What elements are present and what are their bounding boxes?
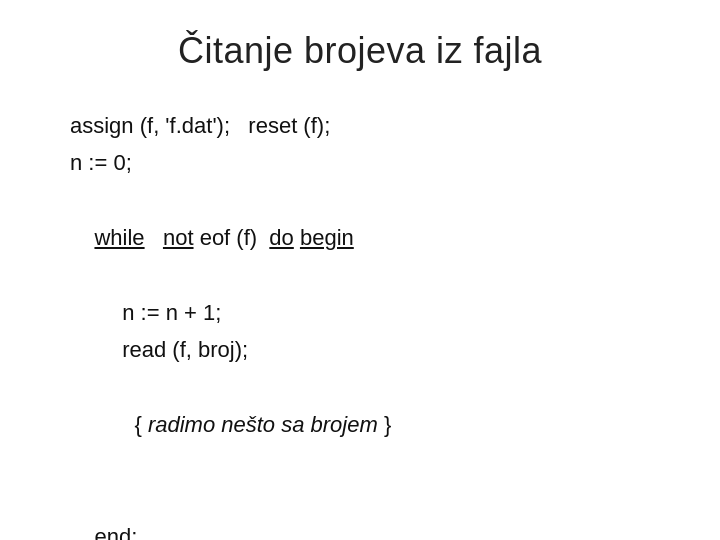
- code-line-6: { radimo nešto sa brojem }: [70, 369, 670, 481]
- keyword-do: do: [269, 225, 293, 250]
- keyword-begin: begin: [300, 225, 354, 250]
- code-block: assign (f, 'f.dat'); reset (f); n := 0; …: [50, 107, 670, 540]
- end-semicolon: ;: [131, 524, 137, 540]
- brace-open: {: [134, 412, 147, 437]
- code-line-2: n := 0;: [70, 144, 670, 181]
- keyword-not: not: [163, 225, 194, 250]
- code-line-1: assign (f, 'f.dat'); reset (f);: [70, 107, 670, 144]
- code-line-5: read (f, broj);: [70, 331, 670, 368]
- middle-text: eof (f): [194, 225, 270, 250]
- code-line-3: while not eof (f) do begin: [70, 182, 670, 294]
- code-line-7: end;: [70, 481, 670, 540]
- page-title: Čitanje brojeva iz fajla: [178, 30, 542, 72]
- brace-close: }: [378, 412, 391, 437]
- space-1: [145, 225, 163, 250]
- code-line-4: n := n + 1;: [70, 294, 670, 331]
- comment-text: radimo nešto sa brojem: [148, 412, 378, 437]
- keyword-while: while: [94, 225, 144, 250]
- keyword-end: end: [94, 524, 131, 540]
